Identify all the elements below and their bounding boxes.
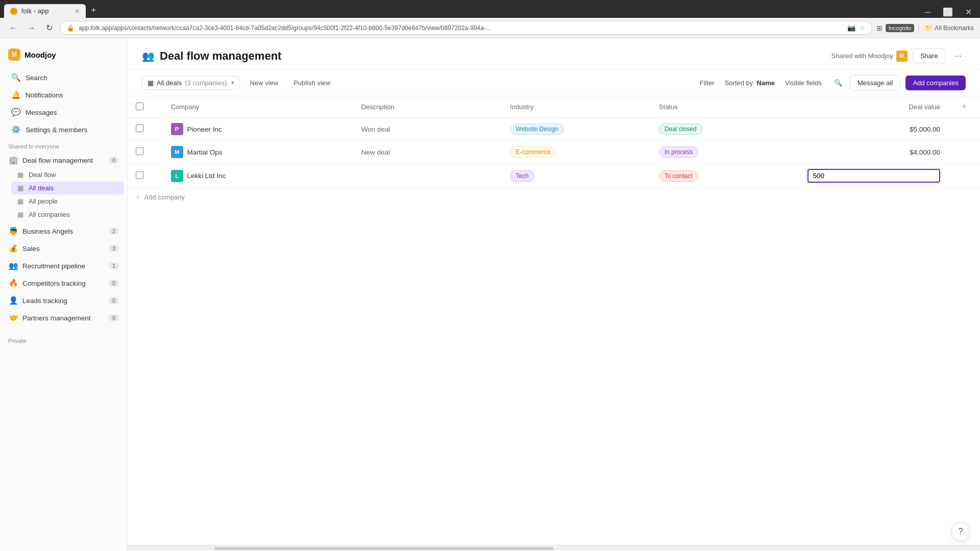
view-chevron-icon: ▾	[231, 80, 234, 86]
restore-btn[interactable]: ⬜	[939, 6, 957, 18]
sidebar-item-search[interactable]: 🔍 Search	[3, 69, 124, 86]
app-name: Moodjoy	[24, 51, 56, 59]
add-companies-btn[interactable]: Add companies	[905, 76, 966, 90]
company-avatar: M	[171, 146, 183, 158]
col-header-company[interactable]: Company	[163, 96, 312, 118]
deal-value-input[interactable]	[807, 169, 940, 183]
camera-icon: 📷	[847, 24, 855, 32]
industry-cell: E-commerce	[502, 141, 651, 164]
sidebar-messages-label: Messages	[26, 109, 57, 116]
sidebar-group-header-competitors[interactable]: 🔥 Competitors tracking 0	[3, 276, 124, 291]
group-label-leads: Leads tracking	[22, 297, 67, 305]
publish-view-btn[interactable]: Publish view	[288, 77, 335, 89]
group-label-angels: Business Angels	[22, 228, 73, 235]
extra-col-cell	[948, 141, 980, 164]
add-company-plus: +	[136, 193, 140, 201]
row-more-btn[interactable]: ···	[320, 124, 332, 134]
add-company-btn[interactable]: + Add company	[128, 188, 980, 206]
partners-icon: 🤝	[8, 313, 18, 322]
row-checkbox[interactable]	[136, 147, 143, 155]
page-title: Deal flow management	[160, 49, 281, 63]
back-btn[interactable]: ←	[6, 22, 20, 34]
data-table: Company Description Industry Status Deal…	[128, 96, 980, 188]
row-actions-cell: ···	[311, 164, 353, 188]
sidebar-group-header-leads[interactable]: 👤 Leads tracking 0	[3, 293, 124, 308]
message-all-btn[interactable]: Message all	[850, 75, 900, 91]
table-container: Company Description Industry Status Deal…	[128, 96, 980, 545]
row-more-btn[interactable]: ···	[320, 147, 332, 157]
settings-icon: ⚙️	[11, 125, 20, 134]
row-checkbox[interactable]	[136, 124, 143, 132]
sidebar-item-dealflow[interactable]: ▦ Deal flow	[11, 168, 124, 181]
col-header-add[interactable]: +	[948, 96, 980, 118]
page-title-icon: 👥	[142, 50, 155, 62]
browser-toolbar: ← → ↻ 🔒 app.folk.app/apps/contacts/netwo…	[0, 18, 980, 38]
group-badge-leads: 0	[109, 297, 119, 304]
sidebar-group-header-dealflow[interactable]: 🏢 Deal flow management 0	[3, 153, 124, 168]
row-checkbox[interactable]	[136, 171, 143, 179]
visible-fields-btn[interactable]: Visible fields	[780, 77, 827, 89]
more-options-btn[interactable]: ···	[951, 49, 966, 63]
add-column-icon[interactable]: +	[962, 102, 967, 112]
extensions-icon[interactable]: ⊞	[876, 24, 883, 32]
sidebar-item-messages[interactable]: 💬 Messages	[3, 104, 124, 120]
sidebar-item-settings[interactable]: ⚙️ Settings & members	[3, 121, 124, 138]
bell-icon: 🔔	[11, 90, 20, 99]
select-all-checkbox[interactable]	[136, 103, 143, 110]
col-header-dealvalue[interactable]: Deal value	[799, 96, 948, 118]
company-avatar: P	[171, 123, 183, 135]
group-badge-competitors: 0	[109, 280, 119, 287]
sidebar-group-header-sales[interactable]: 💰 Sales 3	[3, 241, 124, 256]
table-row: L Lekki Ltd Inc ···TechTo contact	[128, 164, 980, 188]
group-label-dealflow: Deal flow management	[22, 157, 93, 164]
sorted-by-field: Name	[757, 79, 775, 87]
header-actions: Shared with Moodjoy M Share ···	[831, 48, 966, 63]
company-cell: L Lekki Ltd Inc	[163, 164, 312, 188]
address-bar[interactable]: 🔒 app.folk.app/apps/contacts/network/cca…	[60, 21, 872, 35]
share-button[interactable]: Share	[913, 48, 946, 63]
scrollbar-thumb[interactable]	[214, 547, 554, 550]
child-label-allcompanies: All companies	[29, 211, 70, 218]
company-cell: M Martial Ops	[163, 141, 312, 164]
sidebar-group-header-angels[interactable]: 👼 Business Angels 2	[3, 223, 124, 239]
main-content: 👥 Deal flow management Shared with Moodj…	[128, 38, 980, 551]
close-btn[interactable]: ✕	[961, 6, 976, 18]
sorted-by-text: Sorted by Name	[725, 79, 775, 87]
view-selector[interactable]: ▦ All deals (3 companies) ▾	[142, 76, 240, 90]
search-icon-btn[interactable]: 🔍	[832, 77, 845, 89]
row-checkbox-cell	[128, 141, 163, 164]
sidebar-settings-label: Settings & members	[26, 126, 88, 134]
col-header-status[interactable]: Status	[651, 96, 800, 118]
row-checkbox-cell	[128, 164, 163, 188]
industry-cell: Website Design	[502, 118, 651, 141]
sidebar-group-header-recruitment[interactable]: 👥 Recruitment pipeline 1	[3, 258, 124, 273]
sidebar-item-allpeople[interactable]: ▦ All people	[11, 195, 124, 208]
private-section-label: Private	[0, 333, 127, 346]
sidebar-item-allcompanies[interactable]: ▦ All companies	[11, 208, 124, 221]
tab-close-btn[interactable]: ✕	[75, 8, 80, 15]
sidebar-item-notifications[interactable]: 🔔 Notifications	[3, 87, 124, 103]
new-view-btn[interactable]: New view	[245, 77, 284, 89]
active-tab[interactable]: folk - app ✕	[4, 4, 86, 18]
filter-btn[interactable]: Filter	[695, 77, 720, 89]
child-label-alldeals: All deals	[29, 184, 54, 192]
col-header-industry[interactable]: Industry	[502, 96, 651, 118]
deal-value-text: $5,000.00	[910, 126, 940, 133]
industry-badge: Tech	[510, 170, 534, 182]
group-badge-angels: 2	[109, 228, 119, 235]
sidebar-item-alldeals[interactable]: ▦ All deals	[11, 182, 124, 194]
horizontal-scrollbar[interactable]	[128, 545, 980, 551]
status-cell: Deal closed	[651, 118, 800, 141]
deal-value-cell: $5,000.00	[799, 118, 948, 141]
col-header-description[interactable]: Description	[353, 96, 502, 118]
table-row: M Martial Ops ···New dealE-commerceIn pr…	[128, 141, 980, 164]
new-tab-btn[interactable]: +	[87, 3, 101, 18]
table-row: P Pioneer Inc ···Won dealWebsite DesignD…	[128, 118, 980, 141]
col-header-check	[128, 96, 163, 118]
minimize-btn[interactable]: ─	[921, 7, 935, 18]
reload-btn[interactable]: ↻	[43, 22, 56, 34]
row-more-btn[interactable]: ···	[320, 171, 332, 181]
help-button[interactable]: ?	[951, 522, 970, 541]
sidebar-group-header-partners[interactable]: 🤝 Partners management 0	[3, 310, 124, 325]
forward-btn[interactable]: →	[24, 22, 39, 34]
